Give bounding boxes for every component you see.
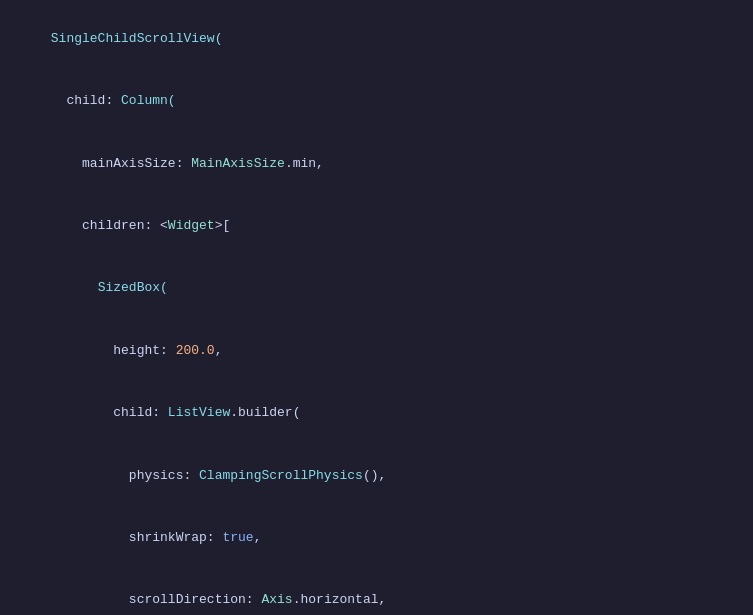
code-line-3: mainAxisSize: MainAxisSize.min,: [0, 133, 753, 195]
code-line-1: SingleChildScrollView(: [0, 8, 753, 70]
code-line-7: child: ListView.builder(: [0, 382, 753, 444]
code-line-5: SizedBox(: [0, 258, 753, 320]
code-line-4: children: <Widget>[: [0, 195, 753, 257]
code-editor: SingleChildScrollView( child: Column( ma…: [0, 0, 753, 615]
code-line-2: child: Column(: [0, 70, 753, 132]
code-line-9: shrinkWrap: true,: [0, 507, 753, 569]
code-line-6: height: 200.0,: [0, 320, 753, 382]
code-line-10: scrollDirection: Axis.horizontal,: [0, 570, 753, 615]
code-line-8: physics: ClampingScrollPhysics(),: [0, 445, 753, 507]
